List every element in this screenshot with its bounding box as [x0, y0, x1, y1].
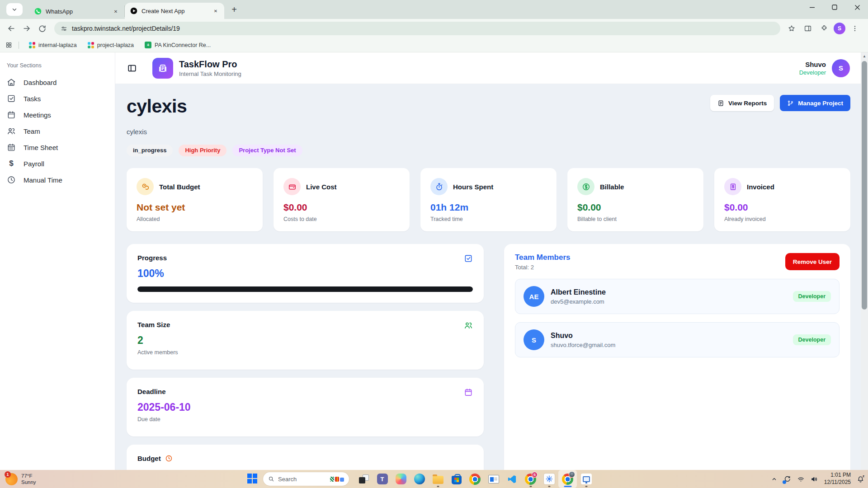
receipt-icon [724, 178, 741, 195]
window-app-icon[interactable] [484, 470, 503, 488]
sidebar: Your Sections Dashboard Tasks Meetings T… [0, 52, 115, 470]
deadline-sub: Due date [137, 416, 473, 422]
back-button[interactable] [4, 21, 19, 36]
bookmark-pa-kinconnector[interactable]: PA KinConnector Re... [141, 40, 214, 50]
weather-widget[interactable]: 1 77°F Sunny [5, 473, 36, 486]
edge-app-icon[interactable] [410, 470, 429, 488]
taskpro-app-icon[interactable] [577, 470, 595, 488]
taskbar-search[interactable]: Search [263, 472, 349, 486]
team-size-card: Team Size 2 Active members [127, 311, 484, 370]
sidebar-toggle-icon[interactable] [125, 61, 139, 75]
tab-title: WhatsApp [46, 8, 108, 15]
nextjs-favicon [130, 7, 137, 14]
sidebar-item-team[interactable]: Team [0, 123, 115, 139]
app-header: TaskFlow Pro Internal Task Monitoring Sh… [115, 52, 868, 84]
dollar-icon: $ [7, 159, 16, 168]
browser-tabstrip: WhatsApp Create Next App [0, 0, 868, 19]
stat-label: Total Budget [159, 183, 200, 191]
windows-start-button[interactable] [247, 474, 258, 484]
taskbar-clock[interactable]: 1:01 PM 12/11/2025 [824, 472, 851, 486]
tab-create-next-app[interactable]: Create Next App [125, 3, 224, 19]
stat-value: $0.00 [283, 202, 400, 213]
manage-project-button[interactable]: Manage Project [780, 95, 850, 111]
sidebar-heading: Your Sections [7, 62, 115, 69]
notification-bell-icon[interactable] [857, 475, 864, 483]
kinconnector-favicon [145, 42, 151, 48]
apps-grid-icon[interactable] [5, 42, 12, 48]
tab-close-icon[interactable] [212, 7, 220, 15]
header-user[interactable]: Shuvo Developer S [799, 59, 850, 77]
browser-profile-avatar[interactable]: S [834, 23, 845, 34]
slack-favicon [29, 42, 35, 48]
main-content: cylexis cylexis in_progress High Priorit… [115, 84, 868, 470]
avatar[interactable]: S [832, 59, 850, 77]
status-badge: in_progress [127, 145, 173, 156]
address-bar[interactable]: taskpro.twinstack.net/projectDetails/19 [54, 22, 780, 35]
tab-whatsapp[interactable]: WhatsApp [29, 5, 125, 17]
member-row-albert[interactable]: AE Albert Einestine dev5@example.com Dev… [515, 279, 840, 314]
wifi-icon[interactable] [797, 475, 805, 483]
window-minimize-button[interactable] [808, 4, 816, 11]
sidebar-item-payroll[interactable]: $ Payroll [0, 155, 115, 172]
teams-app-icon[interactable] [373, 470, 392, 488]
site-settings-icon [61, 25, 67, 32]
users-icon [464, 321, 473, 330]
sidebar-item-time-sheet[interactable]: Time Sheet [0, 139, 115, 155]
sidebar-item-tasks[interactable]: Tasks [0, 90, 115, 107]
scrollbar-up-arrow[interactable] [861, 52, 868, 60]
chrome-app-icon[interactable] [466, 470, 484, 488]
snowflake-app-icon[interactable] [540, 470, 558, 488]
volume-icon[interactable] [811, 475, 818, 483]
tab-search-button[interactable] [6, 3, 23, 16]
avatar: S [524, 329, 544, 350]
member-role-badge: Developer [793, 291, 831, 302]
scrollbar-thumb[interactable] [862, 61, 867, 310]
vscode-app-icon[interactable] [503, 470, 521, 488]
new-tab-button[interactable] [228, 3, 241, 16]
page-scrollbar[interactable] [861, 52, 868, 470]
sidebar-item-meetings[interactable]: Meetings [0, 107, 115, 123]
bookmark-star-icon[interactable] [785, 22, 798, 35]
forward-button[interactable] [19, 21, 34, 36]
task-view-icon[interactable] [354, 470, 373, 488]
report-icon [717, 100, 724, 107]
stat-label: Live Cost [306, 183, 337, 191]
member-row-shuvo[interactable]: S Shuvo shuvo.tforce@gmail.com Developer [515, 322, 840, 357]
side-panel-icon[interactable] [801, 22, 815, 35]
chrome-profile-s-icon[interactable]: S [521, 470, 540, 488]
member-email: dev5@example.com [551, 298, 606, 305]
bookmark-project-laplaza[interactable]: project-laplaza [84, 41, 137, 50]
window-close-button[interactable] [854, 4, 861, 11]
stat-label: Billable [600, 183, 624, 191]
window-maximize-button[interactable] [831, 4, 838, 11]
users-icon [7, 127, 16, 136]
reload-button[interactable] [34, 21, 50, 36]
stat-sub: Allocated [137, 216, 253, 222]
browser-menu-icon[interactable] [848, 22, 862, 35]
stat-value: $0.00 [577, 202, 693, 213]
sync-status-icon[interactable] [783, 475, 791, 483]
stat-label: Hours Spent [453, 183, 493, 191]
file-explorer-icon[interactable] [429, 470, 447, 488]
extensions-puzzle-icon[interactable] [817, 22, 831, 35]
microsoft-store-icon[interactable] [447, 470, 466, 488]
stat-value: $0.00 [724, 202, 840, 213]
view-reports-button[interactable]: View Reports [710, 95, 774, 111]
bookmark-label: project-laplaza [97, 42, 134, 48]
bookmark-internal-laplaza[interactable]: internal-laplaza [25, 41, 80, 50]
sidebar-item-manual-time[interactable]: Manual Time [0, 172, 115, 188]
chrome-active-profile-icon[interactable] [558, 470, 577, 488]
stat-value: Not set yet [137, 202, 253, 213]
deadline-value: 2025-06-10 [137, 401, 473, 413]
project-subtitle: cylexis [127, 128, 850, 136]
tray-chevron-up-icon[interactable] [771, 476, 778, 483]
remove-user-button[interactable]: Remove User [785, 253, 840, 270]
sidebar-item-label: Tasks [24, 95, 41, 103]
bookmarks-bar: internal-laplaza project-laplaza PA KinC… [0, 38, 868, 52]
weather-alert-badge: 1 [5, 471, 11, 478]
progress-label: Progress [137, 254, 473, 262]
sidebar-item-dashboard[interactable]: Dashboard [0, 74, 115, 90]
copilot-app-icon[interactable] [392, 470, 410, 488]
team-members-total: Total: 2 [515, 264, 571, 271]
tab-close-icon[interactable] [112, 7, 120, 15]
